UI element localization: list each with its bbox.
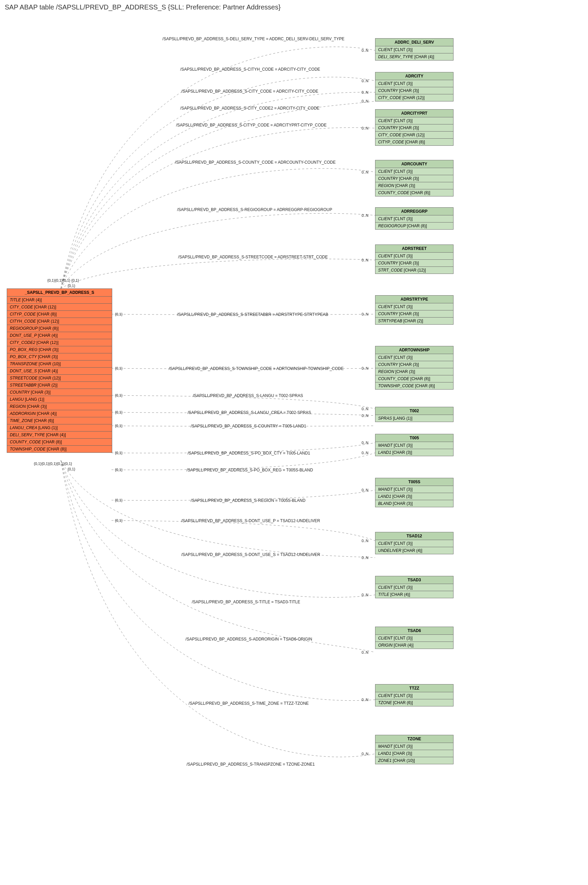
target-field: REGION [CHAR (3)] [375, 368, 453, 376]
target-field: MANDT [CLNT (3)] [375, 442, 453, 449]
source-field: PO_BOX_CTY [CHAR (3)] [7, 353, 112, 361]
target-field: COUNTY_CODE [CHAR (8)] [375, 376, 453, 382]
relation-label: /SAPSLL/PREVD_BP_ADDRESS_S-STREETABBR = … [177, 312, 328, 317]
right-cardinality: 0..N [362, 407, 368, 411]
right-cardinality: 0..N [362, 79, 368, 83]
source-entity: _SAPSLL_PREVD_BP_ADDRESS_S TITLE [CHAR (… [7, 288, 112, 453]
relation-label: /SAPSLL/PREVD_BP_ADDRESS_S-CITY_CODE = A… [181, 89, 318, 94]
left-cardinality: {0,1} [115, 451, 123, 455]
source-top-cards: {0,1}{0,1}{0,1} {0,1} [47, 278, 79, 282]
target-field: STRT_CODE [CHAR (12)] [375, 267, 453, 273]
source-field: COUNTRY [CHAR (3)] [7, 389, 112, 396]
right-cardinality: 0..N [362, 451, 368, 455]
source-bot-cards: {0,1}{0,1}{0,1}{0,1}{0,1} [34, 461, 72, 466]
target-field: REGION [CHAR (3)] [375, 182, 453, 189]
right-cardinality: 0..N [362, 698, 368, 702]
target-field: TZONE [CHAR (6)] [375, 699, 453, 706]
target-field: CLIENT [CLNT (3)] [375, 635, 453, 642]
right-cardinality: 0..N [362, 126, 368, 130]
source-field: DONT_USE_S [CHAR (4)] [7, 368, 112, 375]
target-entity-name: ADRREGGRP [375, 207, 453, 215]
relation-label: /SAPSLL/PREVD_BP_ADDRESS_S-TIME_ZONE = T… [189, 701, 309, 706]
target-field: CLIENT [CLNT (3)] [375, 46, 453, 53]
right-cardinality: 0..N [362, 488, 368, 492]
target-entity: ADRSTRTYPECLIENT [CLNT (3)]COUNTRY [CHAR… [375, 295, 453, 325]
target-field: CITY_CODE [CHAR (12)] [375, 94, 453, 101]
relation-label: /SAPSLL/PREVD_BP_ADDRESS_S-DONT_USE_P = … [181, 518, 320, 523]
source-field: LANGU_CREA [LANG (1)] [7, 424, 112, 431]
right-cardinality: 0..N [362, 48, 368, 53]
left-cardinality: {0,1} [115, 424, 123, 428]
target-entity-name: ADRCITY [375, 72, 453, 80]
relation-label: /SAPSLL/PREVD_BP_ADDRESS_S-PO_BOX_REG = … [186, 468, 313, 472]
left-cardinality: {0,1} [115, 410, 123, 414]
target-field: CLIENT [CLNT (3)] [375, 304, 453, 310]
source-field: LANGU [LANG (1)] [7, 396, 112, 403]
left-cardinality: {0,1} [115, 518, 123, 523]
source-field: TITLE [CHAR (4)] [7, 297, 112, 304]
right-cardinality: 0..N [362, 213, 368, 218]
target-entity: ADDRC_DELI_SERVCLIENT [CLNT (3)]DELI_SER… [375, 38, 453, 60]
target-field: COUNTRY [CHAR (3)] [375, 361, 453, 368]
relation-label: /SAPSLL/PREVD_BP_ADDRESS_S-STREETCODE = … [178, 255, 328, 259]
relation-label: /SAPSLL/PREVD_BP_ADDRESS_S-DELI_SERV_TYP… [162, 36, 345, 41]
target-field: CLIENT [CLNT (3)] [375, 540, 453, 547]
target-field: MANDT [CLNT (3)] [375, 486, 453, 493]
relation-label: /SAPSLL/PREVD_BP_ADDRESS_S-DONT_USE_S = … [181, 552, 320, 557]
target-field: CLIENT [CLNT (3)] [375, 692, 453, 699]
source-field: TIME_ZONE [CHAR (6)] [7, 417, 112, 424]
right-cardinality: 0..N [362, 312, 368, 316]
target-field: ORIGIN [CHAR (4)] [375, 642, 453, 649]
right-cardinality: 0..N [362, 539, 368, 543]
source-bot-card2: {0,1} [68, 467, 75, 471]
right-cardinality: 0..N [362, 366, 368, 370]
relation-label: /SAPSLL/PREVD_BP_ADDRESS_S-ADDRORIGIN = … [186, 637, 312, 642]
target-field: CLIENT [CLNT (3)] [375, 252, 453, 260]
target-field: COUNTRY [CHAR (3)] [375, 310, 453, 317]
target-entity: TSAD6CLIENT [CLNT (3)]ORIGIN [CHAR (4)] [375, 627, 453, 649]
relation-label: /SAPSLL/PREVD_BP_ADDRESS_S-CITYH_CODE = … [180, 67, 320, 72]
target-entity: TSAD3CLIENT [CLNT (3)]TITLE [CHAR (4)] [375, 576, 453, 598]
target-entity-name: TTZZ [375, 684, 453, 692]
source-field: CITY_CODE [CHAR (12)] [7, 304, 112, 311]
right-cardinality: 0..N [362, 90, 368, 94]
left-cardinality: {0,1} [115, 393, 123, 397]
target-field: COUNTY_CODE [CHAR (8)] [375, 189, 453, 196]
left-cardinality: {0,1} [115, 498, 123, 502]
relation-label: /SAPSLL/PREVD_BP_ADDRESS_S-PO_BOX_CTY = … [188, 451, 310, 455]
target-entity-name: TSAD3 [375, 576, 453, 584]
left-cardinality: {0,1} [115, 312, 123, 316]
relation-label: /SAPSLL/PREVD_BP_ADDRESS_S-LANGU = T002-… [193, 393, 303, 398]
target-field: CITY_CODE [CHAR (12)] [375, 132, 453, 139]
source-field: TOWNSHIP_CODE [CHAR (8)] [7, 446, 112, 452]
target-entity: T002SPRAS [LANG (1)] [375, 407, 453, 422]
target-field: BLAND [CHAR (3)] [375, 500, 453, 507]
target-field: COUNTRY [CHAR (3)] [375, 87, 453, 94]
target-field: TITLE [CHAR (4)] [375, 591, 453, 598]
target-field: CLIENT [CLNT (3)] [375, 354, 453, 361]
target-entity-name: TZONE [375, 735, 453, 743]
relation-label: /SAPSLL/PREVD_BP_ADDRESS_S-REGION = T005… [190, 498, 306, 503]
relation-label: /SAPSLL/PREVD_BP_ADDRESS_S-TITLE = TSAD3… [192, 600, 300, 604]
target-entity: ADRCITYPRTCLIENT [CLNT (3)]COUNTRY [CHAR… [375, 109, 453, 146]
source-field: TRANSPZONE [CHAR (10)] [7, 361, 112, 368]
page-title: SAP ABAP table /SAPSLL/PREVD_BP_ADDRESS_… [3, 3, 588, 11]
target-entity: ADRSTREETCLIENT [CLNT (3)]COUNTRY [CHAR … [375, 245, 453, 274]
target-entity-name: ADRSTREET [375, 245, 453, 252]
target-entity-name: T002 [375, 407, 453, 415]
target-entity: TTZZCLIENT [CLNT (3)]TZONE [CHAR (6)] [375, 684, 453, 706]
relation-label: /SAPSLL/PREVD_BP_ADDRESS_S-REGIOGROUP = … [177, 207, 332, 212]
source-field: COUNTY_CODE [CHAR (8)] [7, 439, 112, 446]
target-entity: ADRCOUNTYCLIENT [CLNT (3)]COUNTRY [CHAR … [375, 160, 453, 197]
target-entity-name: TSAD6 [375, 627, 453, 635]
target-field: ZONE1 [CHAR (10)] [375, 757, 453, 764]
right-cardinality: 0..N [362, 170, 368, 174]
target-field: CLIENT [CLNT (3)] [375, 215, 453, 222]
target-entity: ADRREGGRPCLIENT [CLNT (3)]REGIOGROUP [CH… [375, 207, 453, 230]
source-field: STREETCODE [CHAR (12)] [7, 375, 112, 382]
er-diagram: _SAPSLL_PREVD_BP_ADDRESS_S TITLE [CHAR (… [3, 18, 585, 883]
target-field: DELI_SERV_TYPE [CHAR (4)] [375, 53, 453, 60]
source-field: CITYP_CODE [CHAR (8)] [7, 311, 112, 318]
target-field: COUNTRY [CHAR (3)] [375, 125, 453, 132]
source-field: ADDRORIGIN [CHAR (4)] [7, 410, 112, 417]
